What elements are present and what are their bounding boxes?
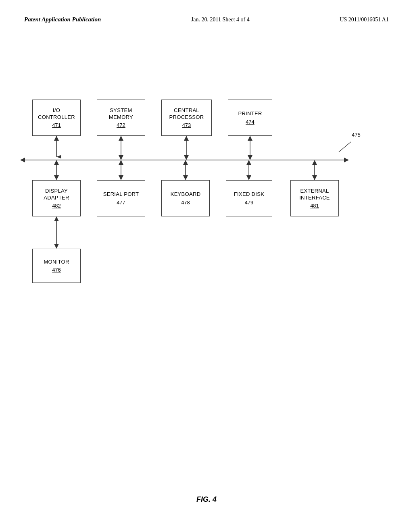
figure-label: FIG. 4 xyxy=(196,495,217,504)
svg-marker-31 xyxy=(183,160,188,165)
svg-marker-18 xyxy=(248,136,252,141)
header-patent-number: US 2011/0016051 A1 xyxy=(340,17,389,23)
keyboard-label: KEYBOARD xyxy=(171,191,201,198)
central-processor-num: 473 xyxy=(182,122,191,128)
fixed-disk-num: 479 xyxy=(245,200,254,206)
box-printer: PRINTER 474 xyxy=(228,100,272,136)
system-memory-label: SYSTEMMEMORY xyxy=(109,107,133,121)
box-io-controller: I/OCONTROLLER 471 xyxy=(32,100,81,136)
system-memory-num: 472 xyxy=(117,122,125,128)
diagram-arrows xyxy=(0,43,413,269)
header-publication-label: Patent Application Publication xyxy=(24,16,101,23)
display-adapter-num: 482 xyxy=(52,203,61,209)
header-date-sheet: Jan. 20, 2011 Sheet 4 of 4 xyxy=(191,17,250,23)
box-display-adapter: DISPLAYADAPTER 482 xyxy=(32,180,81,216)
svg-marker-27 xyxy=(119,175,123,180)
box-keyboard: KEYBOARD 478 xyxy=(161,180,210,216)
box-serial-port: SERIAL PORT 477 xyxy=(97,180,145,216)
svg-marker-25 xyxy=(54,160,59,165)
svg-marker-10 xyxy=(54,136,59,141)
svg-marker-21 xyxy=(312,175,317,180)
svg-marker-15 xyxy=(184,136,189,141)
bus-label: 475 xyxy=(352,132,361,138)
fixed-disk-label: FIXED DISK xyxy=(234,191,264,198)
svg-marker-30 xyxy=(183,175,188,180)
box-external-interface: EXTERNALINTERFACE 481 xyxy=(290,180,339,216)
svg-marker-22 xyxy=(312,160,317,165)
svg-marker-16 xyxy=(184,155,189,160)
svg-marker-37 xyxy=(54,216,59,221)
svg-marker-6 xyxy=(344,158,349,162)
svg-marker-28 xyxy=(119,160,123,165)
central-processor-label: CENTRALPROCESSOR xyxy=(169,107,204,121)
io-controller-label: I/OCONTROLLER xyxy=(38,107,75,121)
svg-marker-5 xyxy=(20,158,25,162)
svg-line-7 xyxy=(339,142,351,152)
monitor-num: 476 xyxy=(52,267,61,273)
box-monitor: MONITOR 476 xyxy=(32,249,81,283)
keyboard-num: 478 xyxy=(181,200,190,206)
svg-marker-24 xyxy=(54,175,59,180)
printer-num: 474 xyxy=(246,119,254,125)
svg-marker-19 xyxy=(248,155,252,160)
box-fixed-disk: FIXED DISK 479 xyxy=(226,180,272,216)
external-interface-num: 481 xyxy=(310,203,319,209)
svg-marker-13 xyxy=(119,155,123,160)
serial-port-num: 477 xyxy=(117,200,125,206)
svg-marker-36 xyxy=(54,244,59,249)
diagram-area: I/OCONTROLLER 471 SYSTEMMEMORY 472 CENTR… xyxy=(0,43,413,269)
svg-marker-33 xyxy=(246,175,251,180)
svg-marker-12 xyxy=(119,136,123,141)
box-system-memory: SYSTEMMEMORY 472 xyxy=(97,100,145,136)
printer-label: PRINTER xyxy=(238,110,262,117)
io-controller-num: 471 xyxy=(52,122,61,128)
display-adapter-label: DISPLAYADAPTER xyxy=(44,188,69,202)
monitor-label: MONITOR xyxy=(44,259,69,266)
serial-port-label: SERIAL PORT xyxy=(103,191,139,198)
box-central-processor: CENTRALPROCESSOR 473 xyxy=(161,100,212,136)
svg-marker-34 xyxy=(246,160,251,165)
external-interface-label: EXTERNALINTERFACE xyxy=(299,188,330,202)
page-header: Patent Application Publication Jan. 20, … xyxy=(0,0,413,31)
